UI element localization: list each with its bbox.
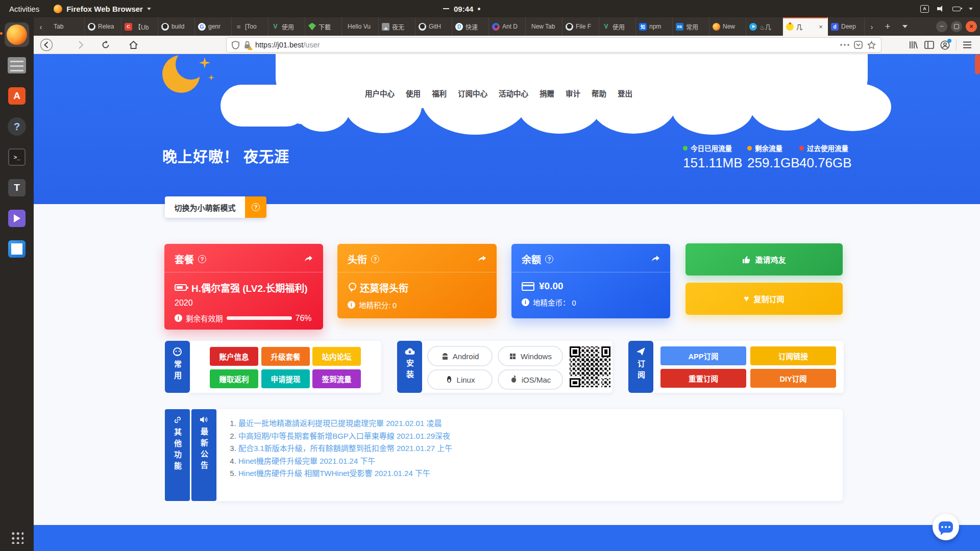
subscribe-action-button[interactable]: APP订阅 bbox=[660, 346, 746, 365]
browser-tab[interactable]: 夜无 bbox=[379, 17, 415, 36]
activities-button[interactable]: Activities bbox=[0, 5, 48, 13]
browser-tab[interactable]: Deep bbox=[828, 17, 865, 36]
news-tab[interactable]: 最新公告 bbox=[191, 409, 216, 501]
dock-purple-app[interactable] bbox=[5, 206, 29, 231]
common-action-button[interactable]: 申请提现 bbox=[261, 369, 310, 388]
question-icon[interactable]: ? bbox=[198, 255, 206, 263]
clock-widget[interactable]: 09:44 bbox=[443, 0, 480, 17]
browser-tab[interactable]: 下載 bbox=[305, 17, 342, 36]
announcement-link[interactable]: 最近一批地精邀請返利提現已提現處理完畢 2021.02.01 凌晨 bbox=[238, 417, 843, 430]
new-tab-button[interactable] bbox=[879, 17, 896, 36]
site-nav-item[interactable]: 活动中心 bbox=[499, 88, 528, 98]
mode-switch-button[interactable]: 切换为小萌新模式 ? bbox=[165, 196, 266, 218]
announcement-link[interactable]: Hinet機房硬件升級完畢 2021.01.24 下午 bbox=[238, 455, 843, 468]
browser-tab[interactable]: New Tab bbox=[526, 17, 562, 36]
volume-icon[interactable] bbox=[937, 6, 944, 12]
bookmark-star-icon[interactable] bbox=[867, 41, 876, 49]
question-icon[interactable]: ? bbox=[371, 255, 379, 263]
dock-help[interactable]: ? bbox=[5, 114, 29, 139]
common-action-button[interactable]: 账户信息 bbox=[210, 347, 258, 366]
browser-tab[interactable]: 使用 bbox=[599, 17, 636, 36]
mode-switch-help[interactable]: ? bbox=[245, 196, 266, 218]
platform-button[interactable]: Android bbox=[427, 346, 493, 366]
battery-icon[interactable] bbox=[952, 7, 961, 11]
subscribe-tab[interactable]: 订阅 bbox=[628, 341, 653, 393]
browser-tab[interactable]: File F bbox=[562, 17, 599, 36]
subscribe-action-button[interactable]: 重置订阅 bbox=[660, 369, 746, 388]
close-button[interactable] bbox=[966, 21, 977, 32]
page-scrollbar-thumb[interactable] bbox=[975, 54, 980, 74]
invite-button[interactable]: 邀请鸡友 bbox=[685, 243, 843, 276]
common-action-button[interactable]: 签到流量 bbox=[312, 369, 361, 388]
scroll-tabs-left-icon[interactable] bbox=[34, 17, 48, 36]
subscribe-action-button[interactable]: 订阅链接 bbox=[750, 346, 836, 365]
site-nav-item[interactable]: 用户中心 bbox=[365, 88, 395, 98]
subscribe-action-button[interactable]: DIY订阅 bbox=[750, 369, 836, 388]
share-icon[interactable] bbox=[478, 255, 486, 263]
reload-button[interactable] bbox=[98, 37, 113, 53]
site-nav-item[interactable]: 帮助 bbox=[592, 88, 606, 98]
app-menu[interactable]: Firefox Web Browser bbox=[48, 5, 156, 13]
common-action-button[interactable]: 赚取返利 bbox=[210, 369, 258, 388]
dock-firefox[interactable] bbox=[5, 22, 29, 47]
forward-button[interactable] bbox=[74, 37, 89, 53]
shield-icon[interactable] bbox=[232, 41, 239, 49]
dock-text-editor[interactable]: T bbox=[5, 176, 29, 200]
maximize-button[interactable] bbox=[951, 21, 962, 32]
browser-tab[interactable]: 快速 bbox=[452, 17, 489, 36]
dock-terminal[interactable]: >_ bbox=[5, 145, 29, 169]
url-bar[interactable]: https://j01.best/user bbox=[226, 37, 881, 53]
share-icon[interactable] bbox=[651, 255, 660, 263]
browser-tab[interactable]: ♨几 bbox=[746, 17, 783, 36]
browser-tab[interactable]: genr bbox=[195, 17, 232, 36]
site-nav-item[interactable]: 登出 bbox=[618, 88, 632, 98]
library-icon[interactable] bbox=[909, 40, 918, 49]
page-actions-icon[interactable] bbox=[840, 44, 849, 46]
common-action-button[interactable]: 站内论坛 bbox=[312, 347, 361, 366]
site-nav-item[interactable]: 捐赠 bbox=[540, 88, 554, 98]
browser-tab[interactable]: Tab bbox=[48, 17, 85, 36]
announcement-link[interactable]: Hinet機房硬件升級 相關TWHinet受影響 2021.01.24 下午 bbox=[238, 467, 843, 480]
announcement-link[interactable]: 配合3.1新版本升級，所有餘額調整到抵扣金幣 2021.01.27 上午 bbox=[238, 442, 843, 455]
browser-tab[interactable]: New bbox=[709, 17, 746, 36]
site-nav-item[interactable]: 订阅中心 bbox=[458, 88, 487, 98]
minimize-button[interactable] bbox=[936, 21, 947, 32]
account-icon[interactable] bbox=[940, 40, 950, 50]
site-nav-item[interactable]: 福利 bbox=[432, 88, 447, 98]
other-functions-tab[interactable]: 其他功能 bbox=[165, 409, 190, 501]
show-applications-icon[interactable] bbox=[10, 531, 23, 544]
chevron-down-icon[interactable] bbox=[969, 8, 973, 10]
platform-button[interactable]: iOS/Mac bbox=[498, 369, 563, 390]
common-tab[interactable]: 常用 bbox=[165, 341, 190, 393]
browser-tab[interactable]: GitH bbox=[415, 17, 452, 36]
dock-vscode[interactable] bbox=[5, 237, 29, 261]
browser-tab[interactable]: 使用 bbox=[268, 17, 305, 36]
browser-tab[interactable]: Hello Vu bbox=[342, 17, 379, 36]
site-nav-item[interactable]: 审计 bbox=[566, 88, 580, 98]
url-text[interactable]: https://j01.best/user bbox=[255, 41, 836, 49]
copy-subscription-button[interactable]: 复制订阅 bbox=[685, 283, 843, 315]
sidebar-icon[interactable] bbox=[924, 41, 934, 49]
platform-button[interactable]: Windows bbox=[498, 346, 563, 366]
home-button[interactable] bbox=[126, 37, 141, 53]
share-icon[interactable] bbox=[304, 255, 313, 263]
browser-tab[interactable]: npm bbox=[636, 17, 673, 36]
system-tray[interactable]: A bbox=[920, 0, 973, 17]
tab-close-icon[interactable] bbox=[817, 23, 824, 30]
browser-tab[interactable]: build bbox=[158, 17, 195, 36]
common-action-button[interactable]: 升级套餐 bbox=[261, 347, 310, 366]
menu-hamburger-icon[interactable] bbox=[963, 41, 972, 48]
dock-ubuntu-software[interactable]: A bbox=[5, 84, 29, 108]
browser-tab[interactable]: Relea bbox=[85, 17, 121, 36]
site-nav-item[interactable]: 使用 bbox=[406, 88, 421, 98]
browser-tab[interactable]: Ant D bbox=[489, 17, 526, 36]
install-tab[interactable]: 安装 bbox=[397, 341, 422, 393]
chat-widget-button[interactable] bbox=[933, 514, 959, 540]
browser-tab[interactable]: 常用 bbox=[673, 17, 709, 36]
tab-overflow-icon[interactable] bbox=[896, 17, 914, 36]
question-icon[interactable]: ? bbox=[545, 255, 553, 263]
browser-tab[interactable]: 几 bbox=[783, 17, 828, 36]
back-button[interactable] bbox=[39, 37, 54, 53]
announcement-link[interactable]: 中高短期/中等長期套餐新增BGP入口華東專線 2021.01.29深夜 bbox=[238, 430, 843, 443]
browser-tab[interactable]: 【Ub bbox=[121, 17, 158, 36]
